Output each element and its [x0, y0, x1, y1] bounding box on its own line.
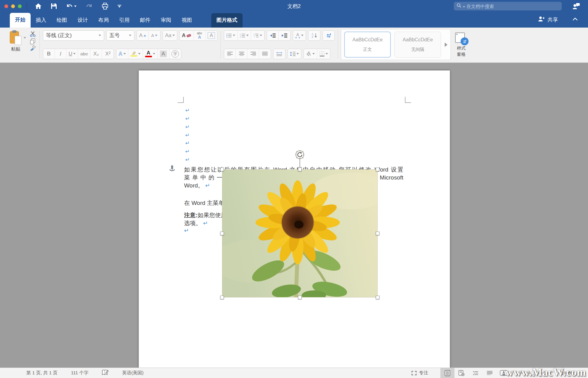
justify-button[interactable]	[259, 49, 271, 59]
change-case-button[interactable]: Aa	[163, 31, 177, 40]
svg-text:i: i	[254, 36, 255, 38]
resize-handle-e[interactable]	[376, 232, 379, 235]
resize-handle-ne[interactable]	[376, 168, 379, 171]
paste-dropdown-icon[interactable]	[24, 37, 26, 39]
highlighter-icon	[131, 51, 137, 55]
paragraph-mark: ↵	[185, 124, 190, 130]
resize-handle-nw[interactable]	[220, 168, 224, 171]
style-no-spacing[interactable]: AaBbCcDdEe 无间隔	[394, 32, 441, 58]
format-painter-button[interactable]	[30, 45, 36, 51]
paste-button[interactable]: 粘贴	[5, 30, 27, 52]
font-name-combo[interactable]: 等线 (正文)	[43, 30, 104, 41]
tab-review[interactable]: 审阅	[156, 13, 176, 28]
align-right-button[interactable]	[247, 49, 259, 59]
sunflower-image[interactable]	[222, 169, 378, 297]
undo-dropdown-icon[interactable]	[74, 6, 77, 7]
paragraph-mark: ↵	[185, 116, 190, 121]
underline-button[interactable]: U	[66, 49, 78, 59]
search-box[interactable]	[454, 2, 562, 10]
share-button[interactable]: 共享	[538, 16, 558, 23]
style-normal[interactable]: AaBbCcDdEe 正文	[344, 32, 391, 58]
focus-mode-button[interactable]: 专注	[412, 370, 428, 376]
highlight-button[interactable]	[128, 49, 143, 59]
tab-design[interactable]: 设计	[72, 13, 93, 28]
tab-insert[interactable]: 插入	[31, 13, 51, 28]
tab-layout[interactable]: 布局	[93, 13, 114, 28]
resize-handle-sw[interactable]	[220, 296, 224, 299]
bullets-button[interactable]	[224, 31, 238, 40]
draft-view-button[interactable]	[483, 368, 497, 378]
margin-corner-top-right	[405, 97, 411, 103]
style-pane-button[interactable]: 样式 窗格	[455, 32, 467, 56]
outline-view-button[interactable]	[469, 368, 483, 378]
search-input[interactable]	[466, 4, 559, 9]
borders-button[interactable]	[317, 49, 330, 59]
close-button[interactable]	[4, 4, 8, 8]
resize-handle-se[interactable]	[376, 296, 379, 299]
phonetic-guide-button[interactable]: abcA	[194, 31, 205, 40]
text-effects-button[interactable]: A	[116, 49, 128, 59]
word-window: 文档2 开始 插入 绘图 设计 布局 引用 邮件 审阅 视图 图片格式 共享	[0, 0, 588, 378]
shading-button[interactable]	[304, 49, 317, 59]
character-shading-button[interactable]: A	[158, 49, 169, 59]
resize-handle-n[interactable]	[298, 168, 302, 171]
resize-handle-w[interactable]	[220, 232, 224, 235]
align-center-button[interactable]	[236, 49, 247, 59]
character-border-button[interactable]: A	[205, 31, 217, 40]
rotation-handle[interactable]	[296, 150, 304, 159]
document-area[interactable]: ↵ ↵ ↵ ↵ ↵ ↵ ↵ 如果您想让以后的所有图片在 Word 文档中自由移动…	[0, 63, 588, 368]
undo-button[interactable]	[66, 3, 77, 9]
language-indicator[interactable]: 英语(美国)	[122, 370, 144, 376]
decrease-indent-button[interactable]	[267, 31, 279, 40]
print-layout-view-button[interactable]	[440, 368, 454, 378]
numbering-button[interactable]: 123	[238, 31, 251, 40]
clear-formatting-button[interactable]: A	[180, 31, 194, 40]
font-group: 等线 (正文) 五号 A A Aa A abcA A	[41, 29, 220, 60]
distribute-text-button[interactable]	[273, 49, 285, 59]
tab-mailings[interactable]: 邮件	[135, 13, 156, 28]
strikethrough-button[interactable]: abe	[78, 49, 90, 59]
resize-handle-s[interactable]	[298, 296, 302, 299]
titlebar: 文档2	[0, 0, 588, 12]
bold-button[interactable]: B	[43, 49, 55, 59]
word-count[interactable]: 111 个字	[71, 370, 89, 376]
tab-view[interactable]: 视图	[176, 13, 197, 28]
toolbar-options-icon[interactable]	[118, 5, 121, 8]
home-icon[interactable]	[35, 3, 42, 9]
align-left-button[interactable]	[224, 49, 236, 59]
proofing-icon[interactable]	[102, 370, 109, 376]
document-page[interactable]: ↵ ↵ ↵ ↵ ↵ ↵ ↵ 如果您想让以后的所有图片在 Word 文档中自由移动…	[139, 70, 450, 368]
minimize-button[interactable]	[11, 4, 15, 8]
more-styles-arrow-icon[interactable]	[445, 43, 447, 47]
shrink-font-button[interactable]: A	[149, 31, 160, 40]
grow-font-button[interactable]: A	[137, 31, 149, 40]
tab-picture-format[interactable]: 图片格式	[211, 13, 243, 28]
tab-references[interactable]: 引用	[114, 13, 135, 28]
save-icon[interactable]	[51, 3, 57, 9]
italic-button[interactable]: I	[55, 49, 66, 59]
rotation-handle-stem	[300, 158, 300, 168]
font-size-combo[interactable]: 五号	[106, 30, 134, 41]
show-marks-button[interactable]	[323, 31, 334, 40]
cut-button[interactable]	[30, 31, 36, 37]
superscript-button[interactable]: X²	[102, 49, 114, 59]
copy-button[interactable]	[30, 38, 36, 44]
collapse-ribbon-icon[interactable]	[573, 18, 577, 20]
enclose-characters-button[interactable]: 字	[169, 49, 181, 59]
multilevel-list-button[interactable]: 1ai	[251, 31, 264, 40]
character-spacing-button[interactable]: A	[293, 31, 306, 40]
increase-indent-button[interactable]	[279, 31, 290, 40]
comments-people-icon[interactable]	[572, 2, 580, 11]
page-indicator[interactable]: 第 1 页, 共 1 页	[26, 370, 58, 376]
fullscreen-button[interactable]	[18, 4, 22, 8]
sort-button[interactable]: AZ	[308, 31, 320, 40]
tab-home[interactable]: 开始	[10, 13, 31, 28]
line-spacing-button[interactable]	[288, 49, 301, 59]
web-layout-view-button[interactable]	[454, 368, 469, 378]
font-size-value: 五号	[109, 32, 120, 39]
subscript-button[interactable]: X₂	[90, 49, 102, 59]
search-scope-caret-icon[interactable]	[463, 3, 465, 9]
print-icon[interactable]	[102, 3, 108, 9]
font-color-button[interactable]: A	[143, 49, 158, 59]
tab-draw[interactable]: 绘图	[51, 13, 72, 28]
